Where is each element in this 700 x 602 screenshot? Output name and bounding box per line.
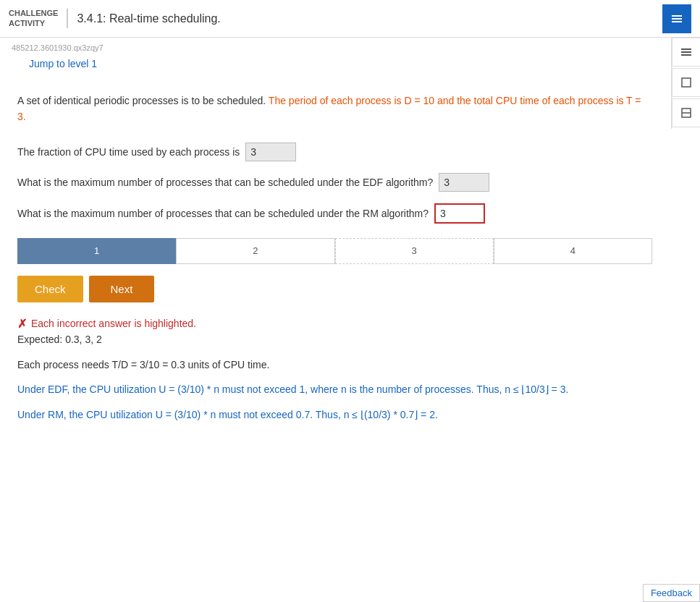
- level-4[interactable]: 4: [494, 238, 652, 264]
- level-3[interactable]: 3: [335, 238, 494, 264]
- question-2-text: What is the maximum number of processes …: [17, 177, 433, 188]
- challenge-title: 3.4.1: Real-time scheduling.: [77, 12, 220, 25]
- description-highlight: The period of each process is D = 10 and…: [17, 95, 641, 122]
- next-button[interactable]: Next: [89, 276, 155, 302]
- level-1[interactable]: 1: [17, 238, 176, 264]
- explanation-3: Under RM, the CPU utilization U = (3/10)…: [17, 407, 652, 423]
- answer-input-2[interactable]: [439, 173, 489, 192]
- error-message: ✗ Each incorrect answer is highlighted.: [17, 317, 652, 331]
- action-buttons: Check Next: [17, 276, 652, 302]
- answer-input-3[interactable]: [434, 203, 485, 224]
- question-1-text: The fraction of CPU time used by each pr…: [17, 146, 240, 158]
- explanation-2: Under EDF, the CPU utilization U = (3/10…: [17, 381, 652, 397]
- svg-rect-2: [672, 21, 682, 22]
- content-area: A set of identical periodic processes is…: [0, 81, 670, 443]
- levels-progress-bar: 1 2 3 4: [17, 238, 652, 264]
- main-content: 485212.3601930.qx3zqy7 Jump to level 1 A…: [0, 38, 670, 472]
- side-icon-1[interactable]: [672, 38, 700, 67]
- svg-rect-0: [672, 15, 682, 17]
- check-button[interactable]: Check: [17, 276, 83, 302]
- svg-rect-5: [681, 54, 691, 56]
- question-3-text: What is the maximum number of processes …: [17, 208, 429, 219]
- error-x-icon: ✗: [17, 317, 27, 331]
- level-2[interactable]: 2: [176, 238, 334, 264]
- question-row-2: What is the maximum number of processes …: [17, 173, 652, 192]
- svg-rect-1: [672, 18, 682, 20]
- header-action-icon[interactable]: [662, 4, 691, 33]
- question-row-1: The fraction of CPU time used by each pr…: [17, 143, 652, 161]
- answer-input-1[interactable]: [245, 143, 296, 161]
- feedback-section: ✗ Each incorrect answer is highlighted. …: [17, 317, 652, 423]
- side-icon-3[interactable]: [672, 98, 700, 127]
- header: CHALLENGE ACTIVITY 3.4.1: Real-time sche…: [0, 0, 700, 38]
- feedback-button[interactable]: Feedback: [643, 584, 700, 602]
- challenge-label: CHALLENGE ACTIVITY: [9, 9, 68, 27]
- jump-to-level-link[interactable]: Jump to level 1: [0, 55, 670, 81]
- expected-values: Expected: 0.3, 3, 2: [17, 334, 652, 345]
- svg-rect-6: [682, 78, 691, 87]
- svg-rect-3: [681, 48, 691, 50]
- explanation-1: Each process needs T/D = 3/10 = 0.3 unit…: [17, 357, 652, 373]
- session-id: 485212.3601930.qx3zqy7: [0, 38, 670, 55]
- side-icon-2[interactable]: [672, 68, 700, 97]
- problem-description: A set of identical periodic processes is…: [17, 93, 652, 125]
- side-panel: [671, 38, 700, 129]
- question-row-3: What is the maximum number of processes …: [17, 203, 652, 224]
- svg-rect-4: [681, 51, 691, 53]
